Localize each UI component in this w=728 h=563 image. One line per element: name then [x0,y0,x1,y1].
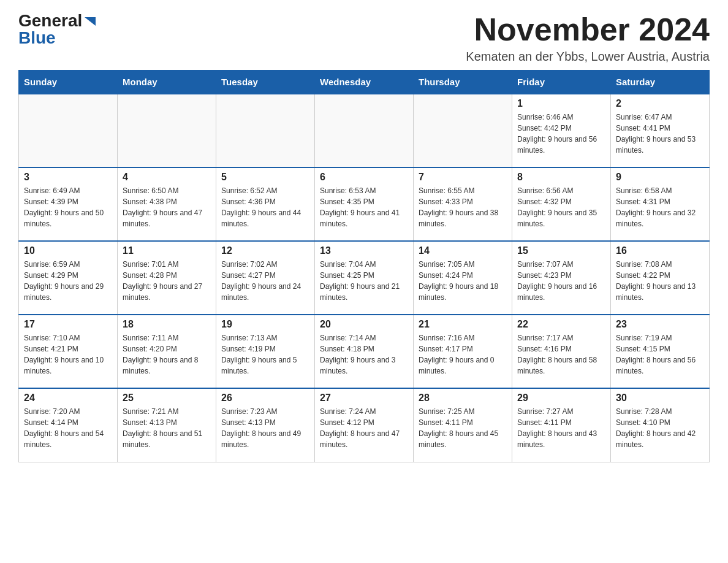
day-info: Sunrise: 7:04 AMSunset: 4:25 PMDaylight:… [320,259,408,303]
logo-blue: Blue [18,28,56,47]
day-info-line: Daylight: 8 hours and 45 minutes. [419,429,498,449]
calendar-table: SundayMondayTuesdayWednesdayThursdayFrid… [18,70,710,462]
day-info-line: Daylight: 9 hours and 44 minutes. [221,209,301,228]
day-info: Sunrise: 7:28 AMSunset: 4:10 PMDaylight:… [616,406,704,450]
day-number: 2 [616,98,704,109]
day-info-line: Sunset: 4:19 PM [221,345,276,353]
day-info-line: Sunrise: 7:17 AM [517,334,573,342]
day-info-line: Sunset: 4:20 PM [123,345,177,353]
day-info-line: Daylight: 9 hours and 10 minutes. [24,356,104,375]
page-header: General Blue November 2024 Kematen an de… [18,12,710,64]
day-info-line: Sunset: 4:17 PM [419,345,473,353]
calendar-cell: 26Sunrise: 7:23 AMSunset: 4:13 PMDayligh… [216,388,315,462]
day-number: 21 [419,319,507,330]
day-info: Sunrise: 7:23 AMSunset: 4:13 PMDaylight:… [221,406,309,450]
calendar-cell: 29Sunrise: 7:27 AMSunset: 4:11 PMDayligh… [512,388,611,462]
calendar-cell: 12Sunrise: 7:02 AMSunset: 4:27 PMDayligh… [216,241,315,315]
day-info: Sunrise: 6:59 AMSunset: 4:29 PMDaylight:… [24,259,112,303]
day-info-line: Daylight: 8 hours and 51 minutes. [123,429,202,449]
day-info-line: Daylight: 8 hours and 43 minutes. [517,429,597,449]
weekday-header-wednesday: Wednesday [315,71,414,94]
day-number: 24 [24,393,112,404]
svg-marker-0 [85,17,96,26]
day-info-line: Daylight: 9 hours and 27 minutes. [123,282,202,302]
day-info-line: Sunrise: 6:47 AM [616,113,672,121]
day-info-line: Daylight: 9 hours and 3 minutes. [320,356,395,375]
day-info-line: Daylight: 9 hours and 21 minutes. [320,282,400,302]
calendar-cell [315,94,414,167]
calendar-cell [414,94,512,167]
day-info-line: Sunrise: 6:55 AM [419,186,474,195]
day-number: 29 [517,393,605,404]
day-number: 25 [123,393,211,404]
day-info: Sunrise: 7:25 AMSunset: 4:11 PMDaylight:… [419,406,507,450]
day-number: 30 [616,393,704,404]
week-row-1: 1Sunrise: 6:46 AMSunset: 4:42 PMDaylight… [19,94,710,167]
week-row-2: 3Sunrise: 6:49 AMSunset: 4:39 PMDaylight… [19,167,710,241]
calendar-cell: 15Sunrise: 7:07 AMSunset: 4:23 PMDayligh… [512,241,611,315]
day-info-line: Sunset: 4:36 PM [221,197,276,206]
day-number: 28 [419,393,507,404]
week-row-3: 10Sunrise: 6:59 AMSunset: 4:29 PMDayligh… [19,241,710,315]
day-info-line: Sunset: 4:23 PM [517,271,572,280]
day-info: Sunrise: 6:55 AMSunset: 4:33 PMDaylight:… [419,185,507,229]
day-number: 5 [221,172,309,183]
day-info-line: Sunrise: 7:11 AM [123,334,178,342]
day-number: 18 [123,319,211,330]
calendar-cell: 6Sunrise: 6:53 AMSunset: 4:35 PMDaylight… [315,167,414,241]
month-title: November 2024 [466,12,710,47]
day-info: Sunrise: 7:20 AMSunset: 4:14 PMDaylight:… [24,406,112,450]
calendar-cell: 11Sunrise: 7:01 AMSunset: 4:28 PMDayligh… [118,241,216,315]
day-info-line: Sunrise: 7:04 AM [320,260,376,269]
week-row-4: 17Sunrise: 7:10 AMSunset: 4:21 PMDayligh… [19,315,710,388]
calendar-cell: 22Sunrise: 7:17 AMSunset: 4:16 PMDayligh… [512,315,611,388]
day-info-line: Sunset: 4:22 PM [616,271,670,280]
day-info-line: Sunrise: 7:01 AM [123,260,178,269]
day-info-line: Sunset: 4:21 PM [24,345,78,353]
calendar-cell: 2Sunrise: 6:47 AMSunset: 4:41 PMDaylight… [611,94,710,167]
day-number: 13 [320,245,408,256]
day-info: Sunrise: 7:27 AMSunset: 4:11 PMDaylight:… [517,406,605,450]
calendar-cell [216,94,315,167]
day-info-line: Daylight: 9 hours and 41 minutes. [320,209,400,228]
logo-general: General [18,12,82,29]
calendar-cell: 7Sunrise: 6:55 AMSunset: 4:33 PMDaylight… [414,167,512,241]
day-info-line: Daylight: 9 hours and 29 minutes. [24,282,104,302]
day-number: 1 [517,98,605,109]
weekday-header-row: SundayMondayTuesdayWednesdayThursdayFrid… [19,71,710,94]
calendar-cell: 18Sunrise: 7:11 AMSunset: 4:20 PMDayligh… [118,315,216,388]
day-info-line: Sunrise: 7:23 AM [221,407,277,416]
day-info-line: Sunrise: 7:07 AM [517,260,573,269]
day-info: Sunrise: 7:24 AMSunset: 4:12 PMDaylight:… [320,406,408,450]
day-number: 23 [616,319,704,330]
day-info-line: Sunrise: 7:28 AM [616,407,672,416]
day-info-line: Sunset: 4:11 PM [419,418,473,427]
day-info-line: Daylight: 9 hours and 50 minutes. [24,209,104,228]
day-info-line: Sunrise: 7:14 AM [320,334,376,342]
day-info-line: Sunset: 4:31 PM [616,197,670,206]
day-info-line: Sunrise: 7:24 AM [320,407,376,416]
day-info-line: Sunset: 4:27 PM [221,271,276,280]
day-info: Sunrise: 6:47 AMSunset: 4:41 PMDaylight:… [616,112,704,156]
calendar-cell: 1Sunrise: 6:46 AMSunset: 4:42 PMDaylight… [512,94,611,167]
day-info: Sunrise: 7:13 AMSunset: 4:19 PMDaylight:… [221,332,309,377]
day-info-line: Sunset: 4:13 PM [221,418,276,427]
day-info-line: Sunset: 4:18 PM [320,345,374,353]
day-info-line: Daylight: 9 hours and 16 minutes. [517,282,597,302]
calendar-cell: 5Sunrise: 6:52 AMSunset: 4:36 PMDaylight… [216,167,315,241]
day-info-line: Sunset: 4:28 PM [123,271,177,280]
calendar-cell [19,94,118,167]
day-info-line: Sunset: 4:24 PM [419,271,473,280]
day-number: 26 [221,393,309,404]
weekday-header-saturday: Saturday [611,71,710,94]
day-info-line: Sunset: 4:38 PM [123,197,177,206]
day-info-line: Sunrise: 6:46 AM [517,113,573,121]
day-info-line: Daylight: 9 hours and 53 minutes. [616,135,696,155]
day-info-line: Sunrise: 7:02 AM [221,260,277,269]
day-info-line: Sunset: 4:25 PM [320,271,374,280]
day-info-line: Sunrise: 6:58 AM [616,186,672,195]
day-info-line: Sunset: 4:10 PM [616,418,670,427]
day-info: Sunrise: 7:01 AMSunset: 4:28 PMDaylight:… [123,259,211,303]
day-info: Sunrise: 7:21 AMSunset: 4:13 PMDaylight:… [123,406,211,450]
day-number: 12 [221,245,309,256]
